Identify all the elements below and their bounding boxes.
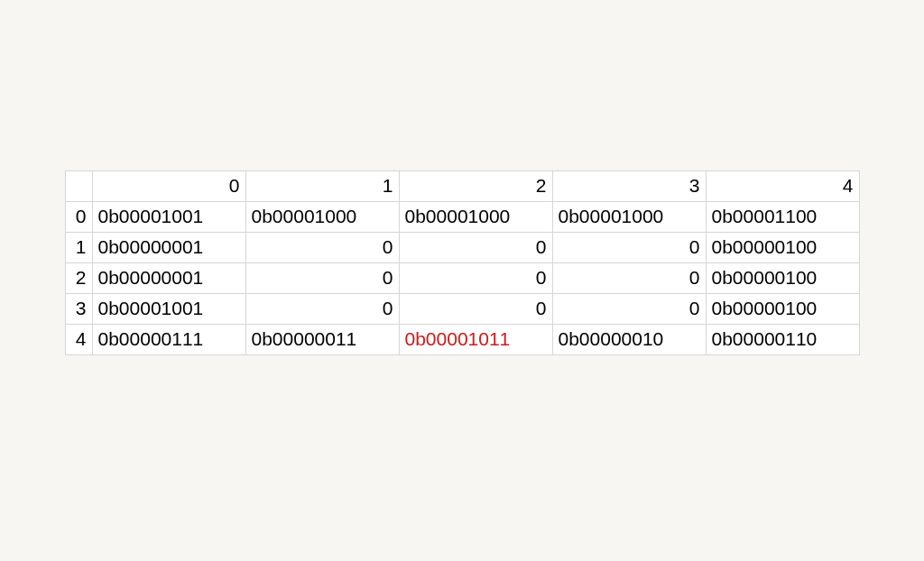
data-table: 0 1 2 3 4 00b000010010b000010000b0000100…	[65, 170, 860, 355]
table-cell: 0	[245, 293, 399, 324]
col-header: 0	[92, 170, 245, 201]
table-cell: 0b00000111	[92, 324, 245, 354]
table-cell: 0b00001000	[552, 201, 706, 232]
row-header: 1	[65, 232, 92, 262]
table-cell: 0	[245, 232, 399, 262]
col-header: 2	[399, 170, 552, 201]
table-cell: 0	[552, 262, 706, 293]
corner-cell	[65, 170, 92, 201]
table-cell: 0	[552, 293, 706, 324]
col-header: 1	[245, 170, 399, 201]
table-cell: 0b00001000	[245, 201, 399, 232]
table-row: 10b000000010000b00000100	[65, 232, 859, 262]
table-row: 40b000001110b000000110b000010110b0000001…	[65, 324, 859, 354]
table-body: 00b000010010b000010000b000010000b0000100…	[65, 201, 859, 354]
row-header: 0	[65, 201, 92, 232]
table-cell: 0	[399, 262, 552, 293]
row-header: 4	[65, 324, 92, 354]
table-cell: 0b00001000	[399, 201, 552, 232]
table-row: 00b000010010b000010000b000010000b0000100…	[65, 201, 859, 232]
table-cell: 0b00000010	[552, 324, 706, 354]
table-cell: 0b00001001	[92, 293, 245, 324]
col-header: 3	[552, 170, 706, 201]
col-header: 4	[706, 170, 859, 201]
table-cell: 0b00000001	[92, 232, 245, 262]
table-cell: 0b00000100	[706, 293, 859, 324]
table-cell: 0	[552, 232, 706, 262]
data-table-container: 0 1 2 3 4 00b000010010b000010000b0000100…	[65, 170, 860, 355]
table-cell: 0	[399, 293, 552, 324]
table-cell: 0b00000110	[706, 324, 859, 354]
row-header: 3	[65, 293, 92, 324]
table-row: 30b000010010000b00000100	[65, 293, 859, 324]
table-cell: 0b00000100	[706, 232, 859, 262]
table-cell: 0b00000011	[245, 324, 399, 354]
row-header: 2	[65, 262, 92, 293]
header-row: 0 1 2 3 4	[65, 170, 859, 201]
table-row: 20b000000010000b00000100	[65, 262, 859, 293]
table-cell: 0b00000100	[706, 262, 859, 293]
table-cell: 0b00000001	[92, 262, 245, 293]
table-cell: 0	[245, 262, 399, 293]
table-cell: 0b00001011	[399, 324, 552, 354]
table-cell: 0b00001001	[92, 201, 245, 232]
table-cell: 0b00001100	[706, 201, 859, 232]
table-cell: 0	[399, 232, 552, 262]
